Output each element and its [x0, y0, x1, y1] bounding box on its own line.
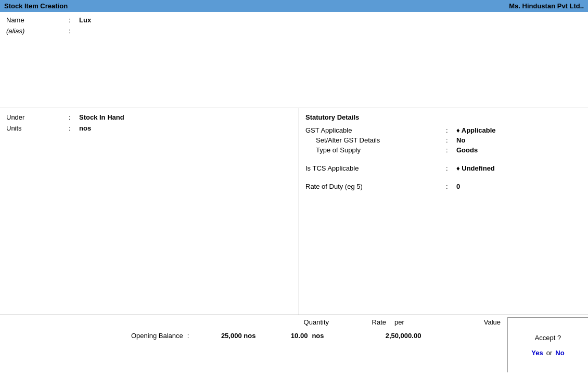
name-value[interactable]: Lux [79, 16, 91, 24]
accept-buttons: Yes or No [531, 349, 564, 357]
is-tcs-row: Is TCS Applicable : Undefined [305, 164, 582, 172]
opening-balance-row: Opening Balance : 25,000 nos 10.00 nos 2… [0, 332, 588, 340]
quantity-header: Quantity [266, 318, 329, 326]
company-name: Ms. Hindustan Pvt Ltd.. [509, 2, 584, 10]
opening-balance-value[interactable]: 2,50,000.00 [348, 332, 421, 340]
statutory-title: Statutory Details [305, 113, 582, 121]
is-tcs-colon: : [446, 164, 456, 172]
name-row: Name : Lux [6, 16, 582, 24]
opening-balance-rate[interactable]: 10.00 [266, 332, 308, 340]
middle-section: Under : Stock In Hand Units : nos Statut… [0, 108, 588, 315]
name-colon: : [69, 16, 79, 24]
page-title: Stock Item Creation [4, 2, 68, 10]
main-content: Name : Lux (alias) : Under : Stock In Ha… [0, 12, 588, 372]
value-header: Value [433, 318, 501, 326]
under-colon: : [69, 113, 79, 121]
alias-row: (alias) : [6, 27, 582, 35]
type-of-supply-value[interactable]: Goods [456, 146, 478, 154]
set-alter-gst-value[interactable]: No [456, 136, 465, 144]
under-label: Under [6, 113, 69, 121]
type-of-supply-label: Type of Supply [305, 146, 446, 154]
gst-applicable-label: GST Applicable [305, 126, 446, 134]
per-header: per [391, 318, 417, 326]
accept-question: Accept ? [535, 334, 561, 342]
or-label: or [546, 349, 553, 357]
rate-header: Rate [350, 318, 386, 326]
units-row: Units : nos [6, 124, 292, 132]
column-headers: Quantity Rate per Value [266, 318, 501, 326]
top-section: Name : Lux (alias) : [0, 12, 588, 108]
set-alter-gst-label: Set/Alter GST Details [305, 136, 446, 144]
units-label: Units [6, 124, 69, 132]
is-tcs-label: Is TCS Applicable [305, 164, 446, 172]
set-alter-gst-colon: : [446, 136, 456, 144]
under-row: Under : Stock In Hand [6, 113, 292, 121]
set-alter-gst-row: Set/Alter GST Details : No [305, 136, 582, 144]
statutory-panel: Statutory Details GST Applicable : Appli… [299, 108, 588, 315]
no-button[interactable]: No [555, 349, 564, 357]
rate-of-duty-row: Rate of Duty (eg 5) : 0 [305, 183, 582, 190]
header-bar: Stock Item Creation Ms. Hindustan Pvt Lt… [0, 0, 588, 12]
type-of-supply-colon: : [446, 146, 456, 154]
left-panel: Under : Stock In Hand Units : nos [0, 108, 299, 315]
is-tcs-value[interactable]: Undefined [456, 164, 495, 172]
type-of-supply-row: Type of Supply : Goods [305, 146, 582, 154]
name-label: Name [6, 16, 69, 24]
opening-balance-colon: : [187, 332, 189, 340]
bottom-section: Quantity Rate per Value Opening Balance … [0, 315, 588, 372]
units-value[interactable]: nos [79, 124, 91, 132]
opening-balance-per[interactable]: nos [312, 332, 338, 340]
yes-button[interactable]: Yes [531, 349, 543, 357]
alias-colon: : [69, 27, 79, 35]
gst-applicable-value[interactable]: Applicable [456, 126, 496, 134]
alias-label: (alias) [6, 27, 69, 35]
under-value[interactable]: Stock In Hand [79, 113, 124, 121]
rate-of-duty-value[interactable]: 0 [456, 183, 460, 190]
gst-applicable-row: GST Applicable : Applicable [305, 126, 582, 134]
gst-applicable-colon: : [446, 126, 456, 134]
rate-of-duty-colon: : [446, 183, 456, 190]
opening-balance-quantity[interactable]: 25,000 nos [193, 332, 255, 340]
units-colon: : [69, 124, 79, 132]
opening-balance-label: Opening Balance [131, 332, 183, 340]
rate-of-duty-label: Rate of Duty (eg 5) [305, 183, 446, 190]
accept-dialog: Accept ? Yes or No [507, 317, 588, 372]
